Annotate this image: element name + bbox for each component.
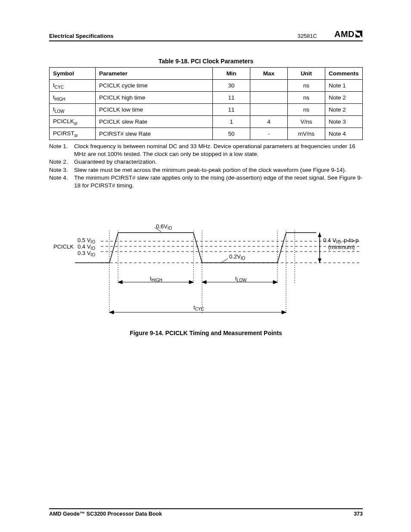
note-row: Note 4.The minimum PCIRST# slew rate app… (49, 174, 363, 190)
figure-caption: Figure 9-14. PCICLK Timing and Measureme… (49, 330, 363, 336)
svg-text:tHIGH: tHIGH (150, 275, 162, 283)
cell-comments: Note 3 (325, 116, 363, 128)
cell-min: 50 (213, 128, 250, 140)
cell-max: 4 (250, 116, 288, 128)
col-min: Min (213, 68, 250, 80)
svg-marker-26 (189, 280, 193, 284)
cell-unit: ns (288, 80, 325, 92)
note-row: Note 3.Slew rate must be met across the … (49, 166, 363, 174)
note-row: Note 2.Guaranteed by characterization. (49, 158, 363, 166)
cell-min: 30 (213, 80, 250, 92)
col-symbol: Symbol (50, 68, 96, 80)
cell-max (250, 80, 288, 92)
cell-symbol: tHIGH (50, 92, 96, 104)
note-text: Guaranteed by characterization. (74, 158, 157, 166)
svg-text:0.4 VIO, p-to-p: 0.4 VIO, p-to-p (323, 237, 358, 244)
cell-comments: Note 2 (325, 92, 363, 104)
cell-unit: V/ns (288, 116, 325, 128)
svg-marker-20 (318, 233, 321, 237)
svg-marker-25 (118, 280, 122, 284)
note-label: Note 1. (49, 143, 74, 158)
table-row: PCIRSTsrPCIRST# slew Rate50-mV/nsNote 4 (50, 128, 363, 140)
svg-text:tLOW: tLOW (235, 275, 247, 283)
svg-marker-33 (109, 311, 114, 314)
cell-unit: ns (288, 104, 325, 116)
svg-text:(minimum): (minimum) (328, 244, 355, 250)
footer-title: AMD Geode™ SC3200 Processor Data Book (49, 511, 162, 517)
figure-9-14: 0.6VIO 0.2VIO PCICLK 0.5 VIO 0.4 VIO 0.3… (49, 224, 363, 336)
amd-logo: AMD (334, 29, 363, 39)
cell-comments: Note 1 (325, 80, 363, 92)
parameters-table: Symbol Parameter Min Max Unit Comments t… (49, 67, 363, 140)
col-unit: Unit (288, 68, 325, 80)
cell-symbol: tLOW (50, 104, 96, 116)
cell-comments: Note 2 (325, 104, 363, 116)
cell-max: - (250, 128, 288, 140)
table-title: Table 9-18. PCI Clock Parameters (49, 58, 363, 65)
header-docnum: 32581C (297, 33, 317, 39)
table-notes: Note 1.Clock frequency is between nomina… (49, 143, 363, 190)
cell-min: 11 (213, 104, 250, 116)
col-parameter: Parameter (96, 68, 213, 80)
note-row: Note 1.Clock frequency is between nomina… (49, 143, 363, 158)
col-max: Max (250, 68, 288, 80)
cell-parameter: PCIRST# slew Rate (96, 128, 213, 140)
svg-text:0.2VIO: 0.2VIO (229, 253, 246, 261)
table-header-row: Symbol Parameter Min Max Unit Comments (50, 68, 363, 80)
svg-marker-34 (282, 311, 286, 314)
table-row: tHIGHPCICLK high time11nsNote 2 (50, 92, 363, 104)
svg-text:tCYC: tCYC (193, 304, 204, 311)
header-section: Electrical Specifications (49, 33, 114, 39)
cell-max (250, 104, 288, 116)
svg-line-13 (221, 258, 228, 263)
page-header: Electrical Specifications 32581C AMD (49, 29, 363, 41)
note-text: The minimum PCIRST# slew rate applies on… (74, 174, 363, 190)
note-label: Note 2. (49, 158, 74, 166)
cell-parameter: PCICLK cycle time (96, 80, 213, 92)
note-text: Clock frequency is between nominal DC an… (74, 143, 363, 158)
cell-min: 1 (213, 116, 250, 128)
cell-symbol: PCIRSTsr (50, 128, 96, 140)
cell-symbol: tCYC (50, 80, 96, 92)
table-row: PCICLKsrPCICLK slew Rate14V/nsNote 3 (50, 116, 363, 128)
cell-symbol: PCICLKsr (50, 116, 96, 128)
svg-text:PCICLK: PCICLK (53, 243, 74, 250)
svg-text:0.3 VIO: 0.3 VIO (78, 250, 95, 257)
cell-max (250, 92, 288, 104)
cell-parameter: PCICLK high time (96, 92, 213, 104)
col-comments: Comments (325, 68, 363, 80)
note-label: Note 4. (49, 174, 74, 190)
svg-marker-21 (318, 258, 321, 263)
cell-unit: ns (288, 92, 325, 104)
page-footer: AMD Geode™ SC3200 Processor Data Book 37… (49, 508, 363, 517)
table-row: tLOWPCICLK low time11nsNote 2 (50, 104, 363, 116)
svg-marker-30 (273, 280, 277, 284)
cell-comments: Note 4 (325, 128, 363, 140)
cell-min: 11 (213, 92, 250, 104)
cell-parameter: PCICLK slew Rate (96, 116, 213, 128)
note-text: Slew rate must be met across the minimum… (74, 166, 346, 174)
cell-parameter: PCICLK low time (96, 104, 213, 116)
table-row: tCYCPCICLK cycle time30nsNote 1 (50, 80, 363, 92)
cell-unit: mV/ns (288, 128, 325, 140)
svg-marker-29 (202, 280, 206, 284)
note-label: Note 3. (49, 166, 74, 174)
timing-diagram: 0.6VIO 0.2VIO PCICLK 0.5 VIO 0.4 VIO 0.3… (49, 224, 363, 323)
page-number: 373 (354, 511, 363, 517)
svg-text:0.6VIO: 0.6VIO (156, 224, 172, 230)
